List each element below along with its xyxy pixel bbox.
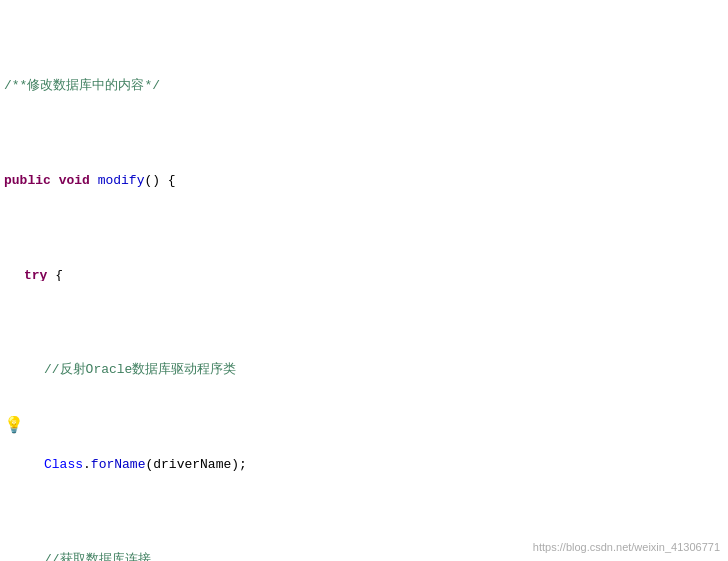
line-5: Class.forName(driverName);: [0, 455, 728, 474]
line-1: /**修改数据库中的内容*/: [0, 76, 728, 95]
lightbulb-icon[interactable]: 💡: [4, 415, 24, 435]
line-3: try {: [0, 266, 728, 284]
code-editor: /**修改数据库中的内容*/ public void modify() { tr…: [0, 0, 728, 561]
line-4: //反射Oracle数据库驱动程序类: [0, 360, 728, 379]
watermark: https://blog.csdn.net/weixin_41306771: [533, 541, 720, 553]
code-content: /**修改数据库中的内容*/ public void modify() { tr…: [0, 0, 728, 561]
line-2: public void modify() {: [0, 171, 728, 190]
